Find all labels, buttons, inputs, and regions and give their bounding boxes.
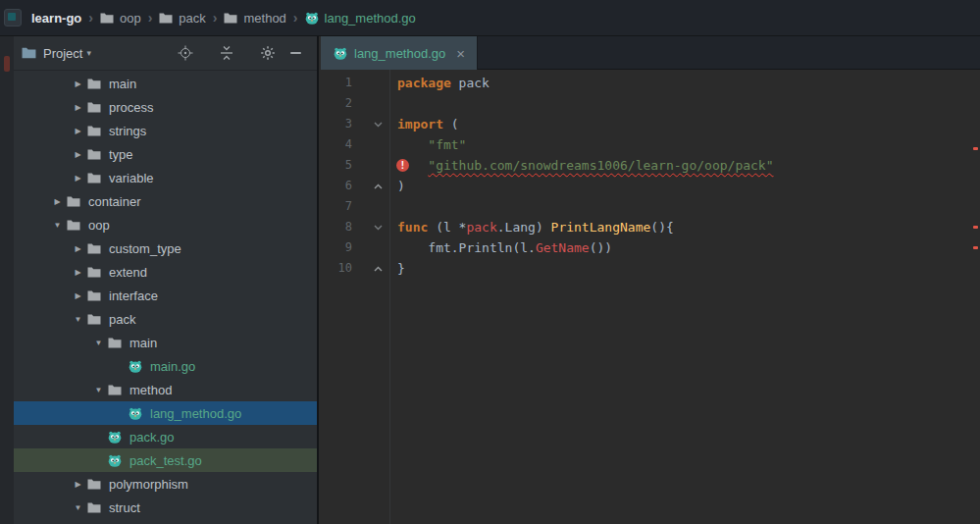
- tree-item-oop[interactable]: ▼oop: [14, 213, 317, 236]
- fold-end-icon[interactable]: [352, 176, 389, 196]
- breadcrumb-item-pack[interactable]: pack: [157, 9, 207, 27]
- error-stripe-mark[interactable]: [973, 246, 978, 249]
- fold-collapse-icon[interactable]: [352, 217, 389, 237]
- tree-item-label: main.go: [150, 359, 195, 374]
- editor-tab-bar: lang_method.go ×: [321, 36, 980, 70]
- chevron-right-icon[interactable]: ▶: [71, 127, 85, 135]
- tree-item-main[interactable]: ▼main: [14, 331, 317, 354]
- tree-item-label: oop: [88, 218, 110, 233]
- tree-item-main[interactable]: ▶main: [14, 72, 317, 95]
- breadcrumb-item-learn-go[interactable]: learn-go: [29, 9, 83, 27]
- hide-panel-icon[interactable]: [282, 41, 309, 65]
- code-line[interactable]: 7: [321, 196, 980, 217]
- tree-item-label: process: [109, 100, 154, 115]
- chevron-right-icon[interactable]: ▶: [71, 103, 85, 112]
- chevron-right-icon[interactable]: ▶: [71, 150, 85, 159]
- chevron-right-icon[interactable]: ▶: [71, 268, 85, 277]
- chevron-down-icon[interactable]: ▼: [91, 386, 106, 394]
- tree-item-pack.go[interactable]: pack.go: [14, 425, 317, 448]
- code-line[interactable]: 6): [321, 176, 980, 196]
- tab-lang-method-go[interactable]: lang_method.go ×: [321, 36, 478, 70]
- code-line[interactable]: 5! "github.com/snowdreams1006/learn-go/o…: [321, 155, 980, 176]
- code-line[interactable]: 3import (: [321, 114, 980, 134]
- chevron-right-icon[interactable]: ▶: [71, 79, 85, 88]
- editor-pane[interactable]: 1package pack23import (4 "fmt"5! "github…: [321, 70, 980, 524]
- tree-item-extend[interactable]: ▶extend: [14, 260, 317, 284]
- chevron-down-icon[interactable]: ▼: [71, 315, 85, 324]
- token-plain: pack: [451, 76, 490, 90]
- token-plain: (){: [650, 220, 673, 235]
- breadcrumb-item-oop[interactable]: oop: [98, 9, 143, 27]
- tree-item-container[interactable]: ▶container: [14, 189, 317, 213]
- tree-item-label: main: [109, 77, 136, 91]
- chevron-right-icon[interactable]: ▶: [71, 291, 85, 300]
- chevron-down-icon[interactable]: ▼: [71, 503, 85, 512]
- collapse-all-icon[interactable]: [213, 41, 240, 65]
- fold-collapse-icon[interactable]: [352, 114, 389, 134]
- tree-item-interface[interactable]: ▶interface: [14, 284, 317, 307]
- tree-item-struct[interactable]: ▼struct: [14, 496, 317, 519]
- locate-file-icon[interactable]: [172, 41, 199, 65]
- tree-item-custom_type[interactable]: ▶custom_type: [14, 236, 317, 260]
- code-text: ): [389, 176, 405, 196]
- tree-item-label: lang_method.go: [150, 406, 241, 421]
- tree-item-lang_method.go[interactable]: lang_method.go: [14, 401, 317, 425]
- token-function: PrintLangName: [551, 220, 651, 235]
- folder-icon: [85, 243, 103, 254]
- breadcrumb-item-method[interactable]: method: [222, 9, 287, 27]
- line-number: 5: [321, 155, 352, 176]
- project-view-title[interactable]: Project: [43, 46, 82, 61]
- chevron-right-icon[interactable]: ▶: [50, 197, 65, 206]
- breadcrumb-label: oop: [120, 11, 141, 26]
- tool-stripe-marker[interactable]: [4, 56, 10, 72]
- gear-icon[interactable]: [254, 41, 282, 65]
- breadcrumb-item-lang_method.go[interactable]: lang_method.go: [303, 9, 418, 27]
- tree-item-strings[interactable]: ▶strings: [14, 119, 317, 142]
- tree-item-method[interactable]: ▼method: [14, 378, 317, 401]
- tree-item-label: struct: [109, 500, 140, 515]
- tree-item-label: container: [88, 194, 140, 209]
- code-line[interactable]: 1package pack: [321, 73, 980, 93]
- go-icon: [127, 407, 144, 420]
- folder-icon: [85, 479, 103, 490]
- tree-item-variable[interactable]: ▶variable: [14, 166, 317, 189]
- chevron-right-icon[interactable]: ▶: [71, 174, 85, 183]
- breadcrumb-separator: ›: [83, 10, 98, 26]
- tree-item-main.go[interactable]: main.go: [14, 354, 317, 378]
- error-stripe-mark[interactable]: [973, 147, 978, 150]
- code-area[interactable]: 1package pack23import (4 "fmt"5! "github…: [321, 73, 980, 279]
- chevron-down-icon[interactable]: ▼: [91, 339, 106, 347]
- chevron-down-icon[interactable]: ▾: [86, 48, 91, 58]
- code-line[interactable]: 10}: [321, 258, 980, 279]
- line-number: 1: [321, 73, 352, 93]
- code-line[interactable]: 9 fmt.Println(l.GetName()): [321, 237, 980, 258]
- code-line[interactable]: 2: [321, 93, 980, 114]
- token-plain: ()): [590, 240, 612, 255]
- fold-column: [352, 196, 389, 217]
- code-text: }: [389, 258, 405, 279]
- token-string-error: "github.com/snowdreams1006/learn-go/oop/…: [428, 158, 773, 173]
- folder-icon: [85, 502, 103, 513]
- breadcrumb-label: method: [243, 11, 285, 26]
- error-stripe-mark[interactable]: [973, 226, 978, 229]
- folder-icon: [106, 338, 124, 348]
- breadcrumb-separator: ›: [288, 10, 303, 26]
- code-text: package pack: [389, 73, 490, 93]
- tree-item-process[interactable]: ▶process: [14, 95, 317, 119]
- chevron-down-icon[interactable]: ▼: [50, 221, 65, 230]
- tree-item-polymorphism[interactable]: ▶polymorphism: [14, 472, 317, 496]
- fold-end-icon[interactable]: [352, 258, 389, 279]
- tree-item-pack[interactable]: ▼pack: [14, 307, 317, 331]
- close-icon[interactable]: ×: [456, 46, 465, 61]
- breadcrumb-label: pack: [179, 11, 205, 26]
- chevron-right-icon[interactable]: ▶: [71, 480, 85, 489]
- tree-item-pack_test.go[interactable]: pack_test.go: [14, 448, 317, 472]
- code-line[interactable]: 8func (l *pack.Lang) PrintLangName(){: [321, 217, 980, 237]
- folder-icon: [85, 126, 103, 136]
- app-icon[interactable]: [4, 9, 22, 26]
- code-line[interactable]: 4 "fmt": [321, 134, 980, 155]
- tree-item-type[interactable]: ▶type: [14, 142, 317, 166]
- error-bulb-icon[interactable]: !: [396, 159, 409, 172]
- chevron-right-icon[interactable]: ▶: [71, 244, 85, 253]
- token-plain: ): [397, 179, 405, 193]
